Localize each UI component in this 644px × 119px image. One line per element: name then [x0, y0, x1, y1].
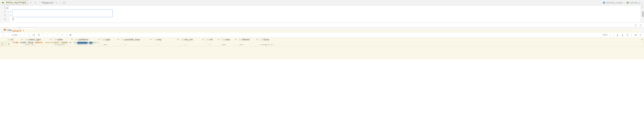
row-number: 1 [0, 42, 6, 46]
col-header[interactable]: id◆ [6, 38, 24, 42]
col-header[interactable]: table◆ [53, 38, 74, 42]
playground-label[interactable]: Playground [42, 1, 53, 4]
chevron-down-icon: ⌄ [624, 1, 625, 4]
svg-rect-24 [122, 39, 124, 41]
fold-end-icon[interactable]: ⊟ [9, 14, 12, 17]
sql-editor[interactable]: 1 2 3 4 ⊟ ⊟ I select * from fund_task wh… [0, 6, 644, 22]
col-header[interactable]: key_len◆ [180, 38, 205, 42]
col-header[interactable]: key◆ [153, 38, 180, 42]
commit-icon[interactable] [29, 1, 32, 5]
remove-row-icon[interactable]: − [50, 33, 54, 37]
chevron-down-icon[interactable] [54, 1, 58, 5]
corner-cell [0, 38, 6, 42]
top-right-tabs: freemore_renew ⌄ console_2 ⌄ [603, 1, 643, 4]
svg-rect-3 [627, 2, 628, 4]
svg-rect-26 [155, 39, 157, 41]
line-gutter: 1 2 3 4 [0, 6, 9, 22]
console-tab[interactable]: console_2 ⌄ [626, 1, 643, 4]
col-header[interactable]: partitions◆ [74, 38, 101, 42]
col-header[interactable]: select_type◆ [24, 38, 53, 42]
col-header[interactable]: filtered◆ [238, 38, 259, 42]
next-page-icon[interactable]: > [22, 33, 26, 37]
ide-database-console: startup_log [mongo] Tx: Auto Playground [0, 0, 644, 60]
header-row: id◆ select_type◆ table◆ partitions◆ type… [0, 38, 644, 42]
stop-icon[interactable]: ■ [60, 33, 64, 37]
rollback-icon[interactable] [34, 1, 38, 5]
last-page-icon[interactable]: >| [27, 33, 30, 37]
svg-rect-32 [222, 39, 224, 41]
svg-rect-30 [207, 39, 209, 41]
svg-rect-22 [103, 39, 105, 41]
svg-rect-28 [182, 39, 184, 41]
check-icon [6, 7, 8, 9]
svg-rect-1 [63, 2, 65, 4]
col-header[interactable]: Extra◆ [259, 38, 644, 42]
code-area[interactable]: I select * from fund_task where lower(ta… [12, 6, 640, 22]
col-header[interactable]: ref◆ [205, 38, 220, 42]
svg-rect-14 [8, 39, 10, 41]
selection-indicator [12, 10, 113, 17]
svg-rect-16 [26, 39, 28, 41]
output-icon [4, 28, 6, 32]
editor-marker-bar: ✓ [640, 6, 644, 22]
col-header[interactable]: rows◆ [220, 38, 238, 42]
revert-icon[interactable]: ↶ [56, 33, 59, 37]
col-header[interactable]: possible_keys◆ [120, 38, 153, 42]
console-toolbar: startup_log [mongo] Tx: Auto Playground [0, 0, 644, 6]
fold-column: ⊟ ⊟ [9, 6, 12, 22]
col-header[interactable]: type◆ [101, 38, 120, 42]
database-icon [603, 2, 605, 4]
svg-rect-18 [54, 39, 57, 41]
chevron-down-icon: ⌄ [641, 1, 643, 4]
svg-rect-36 [260, 39, 263, 41]
first-page-icon[interactable]: |< [2, 33, 5, 37]
check-icon: ✓ [641, 6, 644, 9]
datasource-tab[interactable]: freemore_renew ⌄ [603, 1, 625, 4]
svg-rect-6 [4, 29, 6, 31]
tab-label: freemore_renew [606, 1, 622, 4]
svg-rect-20 [76, 39, 78, 41]
prev-page-icon[interactable]: < [6, 33, 10, 37]
svg-rect-34 [240, 39, 242, 41]
fold-start-icon[interactable]: ⊟ [9, 10, 12, 14]
settings-icon[interactable] [62, 1, 66, 5]
tab-label: console_2 [630, 1, 640, 4]
console-icon [626, 2, 629, 4]
scrollbar-thumb[interactable] [642, 11, 644, 17]
add-row-icon[interactable]: + [46, 33, 49, 37]
datasource-tooltip: startup_log [mongo] [4, 1, 27, 4]
